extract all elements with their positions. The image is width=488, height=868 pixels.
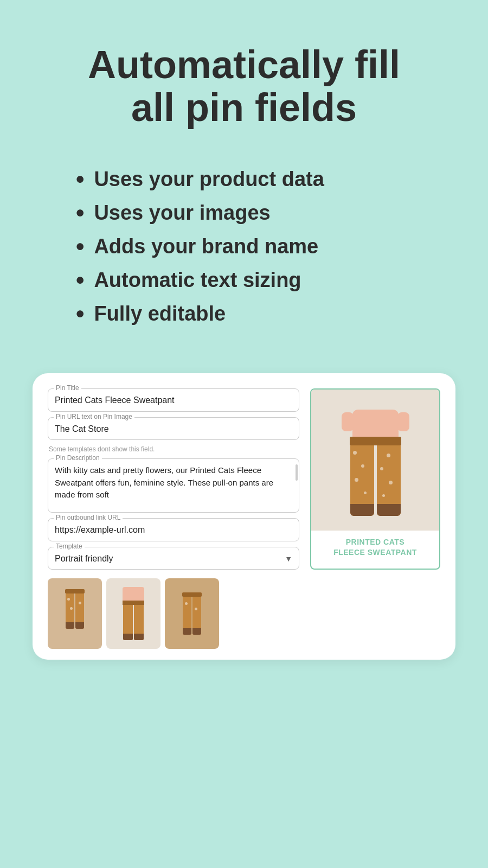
pin-preview-product-name-line2: FLEECE SWEATPANT — [318, 547, 433, 557]
thumbnails-row — [48, 578, 440, 649]
pin-url-field[interactable]: Pin URL text on Pin Image The Cat Store — [48, 417, 299, 440]
template-select[interactable]: Template Portrait friendly ▼ — [48, 547, 299, 570]
pin-url-hint: Some templates dont show this field. — [48, 445, 299, 453]
bullet-item-1: Uses your product data — [76, 167, 324, 191]
pin-title-label: Pin Title — [54, 384, 81, 392]
scrollbar[interactable] — [296, 464, 298, 481]
dropdown-arrow-icon: ▼ — [285, 554, 292, 563]
pin-preview-text: PRINTED CATS FLEECE SWEATPANT — [311, 531, 439, 563]
pin-description-value: With kitty cats and pretty flowers, our … — [55, 464, 292, 508]
pin-title-field[interactable]: Pin Title Printed Cats Fleece Sweatpant — [48, 388, 299, 411]
pin-description-field[interactable]: Pin Description With kitty cats and pret… — [48, 458, 299, 513]
pin-preview-product-name-line1: PRINTED CATS — [318, 537, 433, 547]
template-label: Template — [54, 542, 85, 550]
pin-link-field[interactable]: Pin outbound link URL https://example-ur… — [48, 518, 299, 541]
pin-link-value: https://example-url.com — [55, 524, 292, 536]
pin-url-value: The Cat Store — [55, 423, 292, 435]
pin-link-label: Pin outbound link URL — [54, 514, 123, 521]
thumbnail-1[interactable] — [48, 578, 102, 649]
feature-list: Uses your product data Uses your images … — [33, 167, 324, 335]
pin-preview-image — [311, 390, 439, 531]
template-value: Portrait friendly — [55, 553, 113, 565]
bullet-item-3: Adds your brand name — [76, 234, 324, 258]
form-panel: Pin Title Printed Cats Fleece Sweatpant … — [48, 388, 299, 570]
bullet-item-2: Uses your images — [76, 201, 324, 225]
pin-description-label: Pin Description — [54, 454, 102, 462]
bullet-item-5: Fully editable — [76, 302, 324, 326]
thumbnail-3[interactable] — [165, 578, 219, 649]
form-card: Pin Title Printed Cats Fleece Sweatpant … — [33, 373, 455, 660]
pin-preview: PRINTED CATS FLEECE SWEATPANT — [310, 388, 440, 570]
pin-title-value: Printed Cats Fleece Sweatpant — [55, 394, 292, 406]
pin-url-label: Pin URL text on Pin Image — [54, 413, 134, 420]
hero-title: Automatically fill all pin fields — [88, 43, 400, 129]
bullet-item-4: Automatic text sizing — [76, 268, 324, 292]
thumbnail-2[interactable] — [106, 578, 160, 649]
